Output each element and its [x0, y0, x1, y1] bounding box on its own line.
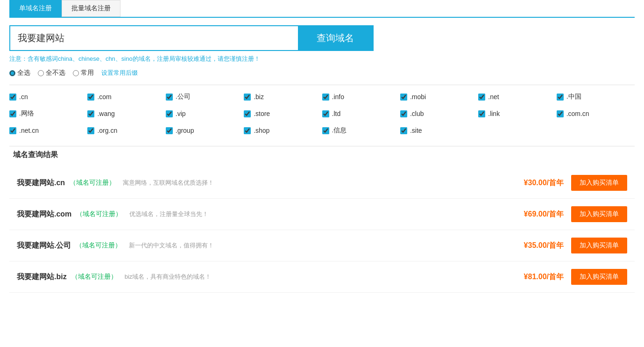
- tld-checkbox[interactable]: [166, 94, 173, 101]
- tld-item: .group: [166, 126, 244, 135]
- tld-item: .biz: [244, 93, 322, 101]
- tld-label: .info: [332, 93, 344, 101]
- radio-group: 全选 全不选 常用 设置常用后缀: [9, 69, 635, 77]
- domain-price: ¥69.00/首年: [524, 210, 564, 219]
- tld-label: .club: [410, 110, 424, 117]
- tld-item: .link: [478, 109, 556, 118]
- tld-checkbox[interactable]: [244, 127, 251, 134]
- search-input[interactable]: [10, 26, 298, 50]
- tld-checkbox[interactable]: [557, 94, 564, 101]
- tld-item: .信息: [322, 126, 400, 135]
- tld-item: .com: [87, 93, 165, 101]
- add-to-cart-button[interactable]: 加入购买清单: [571, 206, 627, 222]
- tld-item: .store: [244, 109, 322, 118]
- tld-item: .club: [400, 109, 478, 118]
- tld-checkbox[interactable]: [9, 127, 16, 134]
- tld-checkbox[interactable]: [87, 94, 94, 101]
- add-to-cart-button[interactable]: 加入购买清单: [571, 269, 627, 285]
- tld-label: .org.cn: [97, 127, 117, 134]
- tab-bar: 单域名注册 批量域名注册: [9, 0, 635, 18]
- tld-label: .mobi: [410, 93, 426, 101]
- radio-none[interactable]: 全不选: [38, 69, 65, 77]
- result-right: ¥35.00/首年 加入购买清单: [524, 238, 627, 253]
- tld-grid: .cn .com .公司 .biz .info .mobi .net .中国 .…: [9, 93, 635, 135]
- result-item: 我要建网站.com （域名可注册） 优选域名，注册量全球当先！ ¥69.00/首…: [9, 199, 635, 230]
- tld-checkbox[interactable]: [244, 94, 251, 101]
- warning-notice: 注意：含有敏感词china、chinese、chn、sino的域名，注册局审核较…: [9, 55, 635, 63]
- tld-checkbox[interactable]: [478, 94, 485, 101]
- tld-item: .wang: [87, 109, 165, 118]
- tld-checkbox[interactable]: [400, 127, 407, 134]
- add-to-cart-button[interactable]: 加入购买清单: [571, 175, 627, 191]
- tld-label: .link: [488, 110, 500, 117]
- search-bar: 查询域名: [9, 25, 374, 51]
- tld-item: .公司: [166, 93, 244, 101]
- radio-common[interactable]: 常用: [73, 69, 94, 77]
- tld-checkbox[interactable]: [400, 94, 407, 101]
- tld-checkbox[interactable]: [87, 110, 94, 117]
- tld-item: .中国: [557, 93, 635, 101]
- tld-item: .vip: [166, 109, 244, 118]
- domain-status: （域名可注册）: [70, 179, 115, 187]
- tld-checkbox[interactable]: [166, 110, 173, 117]
- divider-1: [9, 85, 635, 85]
- tld-label: .中国: [566, 93, 581, 101]
- tld-label: .wang: [97, 110, 114, 117]
- result-right: ¥69.00/首年 加入购买清单: [524, 206, 627, 222]
- tld-label: .net: [488, 93, 499, 101]
- tld-checkbox[interactable]: [322, 110, 329, 117]
- tld-label: .公司: [176, 93, 191, 101]
- tld-label: .com.cn: [566, 110, 589, 117]
- tld-checkbox[interactable]: [322, 94, 329, 101]
- tld-item: .net: [478, 93, 556, 101]
- domain-price: ¥81.00/首年: [524, 272, 564, 282]
- domain-name: 我要建网站.biz: [17, 272, 67, 282]
- domain-name: 我要建网站.com: [17, 210, 71, 219]
- radio-all[interactable]: 全选: [9, 69, 30, 77]
- tld-label: .ltd: [332, 110, 341, 117]
- result-item: 我要建网站.公司 （域名可注册） 新一代的中文域名，值得拥有！ ¥35.00/首…: [9, 230, 635, 261]
- tld-label: .group: [176, 127, 194, 134]
- result-section: 域名查询结果 我要建网站.cn （域名可注册） 寓意网络，互联网域名优质选择！ …: [9, 150, 635, 293]
- tld-label: .site: [410, 127, 422, 134]
- tld-label: .biz: [254, 93, 264, 101]
- domain-desc: 新一代的中文域名，值得拥有！: [129, 241, 214, 250]
- tld-checkbox[interactable]: [244, 110, 251, 117]
- domain-status: （域名可注册）: [76, 210, 122, 218]
- set-common-link[interactable]: 设置常用后缀: [101, 69, 138, 77]
- tab-batch[interactable]: 批量域名注册: [62, 0, 120, 17]
- tld-item: .com.cn: [557, 109, 635, 118]
- tld-label: .shop: [254, 127, 269, 134]
- tld-label: .store: [254, 110, 270, 117]
- result-right: ¥30.00/首年 加入购买清单: [524, 175, 627, 191]
- domain-name: 我要建网站.公司: [17, 241, 71, 251]
- tld-checkbox[interactable]: [322, 127, 329, 134]
- tld-item: .site: [400, 126, 478, 135]
- tld-label: .net.cn: [19, 127, 39, 134]
- tld-checkbox[interactable]: [87, 127, 94, 134]
- domain-price: ¥35.00/首年: [524, 241, 564, 251]
- result-list: 我要建网站.cn （域名可注册） 寓意网络，互联网域名优质选择！ ¥30.00/…: [9, 167, 635, 293]
- divider-2: [9, 146, 635, 146]
- tld-checkbox[interactable]: [9, 110, 16, 117]
- tld-label: .cn: [19, 93, 28, 101]
- tld-checkbox[interactable]: [478, 110, 485, 117]
- tld-item: .shop: [244, 126, 322, 135]
- domain-desc: 优选域名，注册量全球当先！: [129, 210, 208, 218]
- search-button[interactable]: 查询域名: [298, 26, 373, 50]
- domain-name: 我要建网站.cn: [17, 178, 65, 188]
- tld-label: .信息: [332, 126, 347, 135]
- tab-single[interactable]: 单域名注册: [9, 0, 62, 17]
- tld-checkbox[interactable]: [166, 127, 173, 134]
- domain-desc: biz域名，具有商业特色的域名！: [125, 273, 212, 281]
- result-right: ¥81.00/首年 加入购买清单: [524, 269, 627, 285]
- tld-item: .net.cn: [9, 126, 87, 135]
- tld-checkbox[interactable]: [9, 94, 16, 101]
- tld-label: .网络: [19, 109, 34, 118]
- tld-item: .org.cn: [87, 126, 165, 135]
- result-title: 域名查询结果: [9, 150, 635, 160]
- add-to-cart-button[interactable]: 加入购买清单: [571, 238, 627, 253]
- tld-checkbox[interactable]: [400, 110, 407, 117]
- tld-item: .cn: [9, 93, 87, 101]
- tld-checkbox[interactable]: [557, 110, 564, 117]
